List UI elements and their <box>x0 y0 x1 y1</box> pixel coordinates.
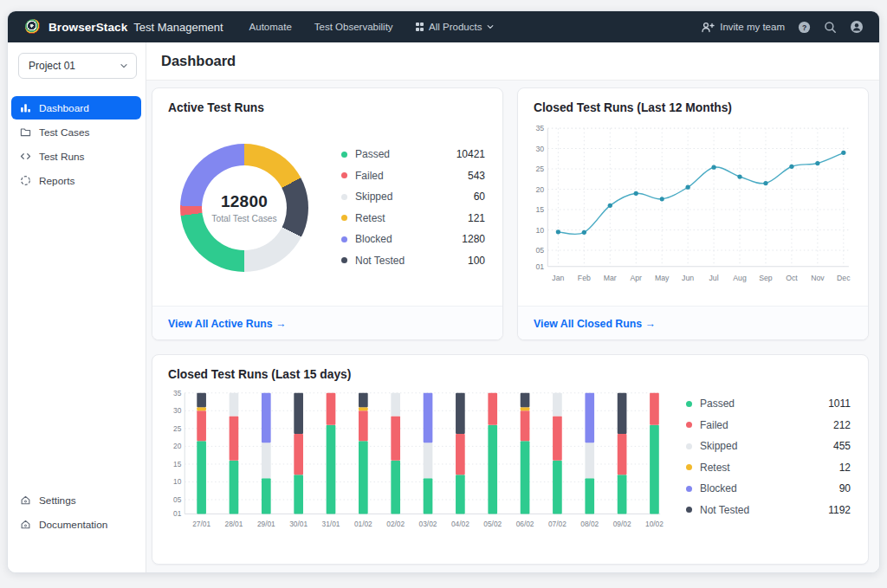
avatar-icon <box>850 20 864 34</box>
page-header: Dashboard <box>146 42 879 81</box>
legend-dot <box>341 236 347 242</box>
code-icon <box>20 151 31 162</box>
legend-dot <box>686 464 692 470</box>
legend-value: 212 <box>833 419 851 431</box>
legend-label: Skipped <box>700 440 737 452</box>
card-title: Closed Test Runs (Last 15 days) <box>152 355 868 381</box>
legend-dot <box>341 172 347 178</box>
sidebar-item-label: Test Runs <box>39 151 84 163</box>
legend-dot <box>686 443 692 449</box>
legend-label: Retest <box>700 462 730 474</box>
svg-text:Jul: Jul <box>709 274 719 282</box>
legend-label: Passed <box>355 148 390 160</box>
donut-center: 12800 Total Test Cases <box>180 144 308 272</box>
donut-chart: 12800 Total Test Cases <box>180 144 308 272</box>
nav-link-automate[interactable]: Automate <box>249 22 292 32</box>
closed-test-runs-15-days-card: Closed Test Runs (Last 15 days) 35302520… <box>152 354 869 565</box>
total-test-cases-value: 12800 <box>221 192 268 211</box>
legend-item-not_tested: Not Tested1192 <box>686 500 851 521</box>
svg-text:May: May <box>655 274 670 282</box>
legend-item-not_tested: Not Tested100 <box>341 250 485 272</box>
svg-text:27/01: 27/01 <box>192 520 210 528</box>
stacked-bar-chart: 353025201510050127/0128/0129/0130/0131/0… <box>163 386 667 534</box>
project-selector[interactable]: Project 01 <box>18 53 137 79</box>
svg-text:Nov: Nov <box>811 274 825 282</box>
svg-text:20: 20 <box>536 185 545 194</box>
account-button[interactable] <box>850 20 864 34</box>
legend-label: Blocked <box>700 482 737 494</box>
brand-name: BrowserStack <box>49 21 127 34</box>
closed-test-runs-12-months-card: Closed Test Runs (Last 12 Months) 353025… <box>517 87 869 340</box>
legend-label: Passed <box>700 397 735 410</box>
card-title: Active Test Runs <box>152 88 502 114</box>
sidebar-item-label: Test Cases <box>39 126 89 139</box>
legend-item-passed: Passed1011 <box>686 393 851 415</box>
svg-text:25: 25 <box>536 165 545 173</box>
svg-text:05: 05 <box>536 246 545 255</box>
svg-text:10/02: 10/02 <box>645 520 664 528</box>
invite-my-team-label: Invite my team <box>720 22 785 32</box>
legend-item-blocked: Blocked1280 <box>341 229 485 250</box>
view-all-closed-runs-link[interactable]: View All Closed Runs → <box>534 318 656 330</box>
legend-item-blocked: Blocked90 <box>686 478 851 500</box>
sidebar-item-reports[interactable]: Reports <box>11 169 141 192</box>
invite-my-team-button[interactable]: Invite my team <box>702 22 785 33</box>
sidebar-item-dashboard[interactable]: Dashboard <box>11 96 141 120</box>
sidebar-item-test-cases[interactable]: Test Cases <box>11 120 141 144</box>
svg-text:05/02: 05/02 <box>483 520 502 528</box>
legend-item-passed: Passed10421 <box>341 144 485 165</box>
legend-value: 60 <box>474 191 485 203</box>
legend-item-retest: Retest121 <box>341 208 485 229</box>
legend-label: Skipped <box>355 191 392 203</box>
legend-value: 90 <box>839 482 851 494</box>
search-button[interactable] <box>824 21 837 34</box>
nav-link-all-products[interactable]: All Products <box>416 22 495 32</box>
chevron-down-icon <box>487 23 494 30</box>
svg-text:01: 01 <box>173 509 182 518</box>
card-footer: View All Closed Runs → <box>518 306 868 339</box>
view-all-active-runs-link[interactable]: View All Active Runs → <box>168 318 286 330</box>
svg-text:Aug: Aug <box>733 274 747 282</box>
svg-text:30: 30 <box>536 145 545 153</box>
grid-icon <box>416 23 424 31</box>
legend-label: Not Tested <box>700 504 749 516</box>
help-button[interactable]: ? <box>798 21 811 34</box>
legend-dot <box>341 215 347 221</box>
nav-link-all-products-label: All Products <box>429 22 482 32</box>
bar-chart-icon <box>20 102 31 113</box>
reports-icon <box>20 175 31 186</box>
svg-text:02/02: 02/02 <box>386 520 405 528</box>
legend-value: 1280 <box>462 233 485 245</box>
sidebar-item-label: Settings <box>39 494 76 507</box>
sidebar-item-test-runs[interactable]: Test Runs <box>11 145 141 168</box>
svg-text:01: 01 <box>536 262 545 271</box>
legend-value: 543 <box>468 170 485 182</box>
svg-text:35: 35 <box>536 124 545 132</box>
legend-label: Blocked <box>355 233 392 245</box>
legend-label: Not Tested <box>355 255 405 267</box>
sidebar-item-documentation[interactable]: Documentation <box>11 513 141 536</box>
sidebar-item-settings[interactable]: Settings <box>11 488 141 512</box>
nav-link-automate-label: Automate <box>249 22 292 32</box>
svg-text:05: 05 <box>173 495 182 504</box>
page-title: Dashboard <box>161 53 236 69</box>
legend-dot <box>686 507 692 513</box>
product-name: Test Management <box>133 21 223 34</box>
project-selector-value: Project 01 <box>29 60 75 72</box>
svg-text:30/01: 30/01 <box>289 520 308 528</box>
legend-value: 12 <box>839 462 851 474</box>
total-test-cases-label: Total Test Cases <box>211 214 276 223</box>
svg-text:01/02: 01/02 <box>354 520 372 528</box>
svg-text:04/02: 04/02 <box>451 520 469 528</box>
svg-text:03/02: 03/02 <box>419 520 437 528</box>
help-icon: ? <box>798 21 811 34</box>
svg-text:29/01: 29/01 <box>257 520 275 528</box>
line-chart: 3530252015100501JanFebMarAprMayJunJulAug… <box>527 118 858 289</box>
svg-text:15: 15 <box>536 205 545 214</box>
nav-link-test-observability[interactable]: Test Observability <box>314 22 393 32</box>
main-content: Dashboard Active Test Runs 12800 Total T… <box>146 42 879 572</box>
svg-text:20: 20 <box>173 442 182 450</box>
legend-dot <box>341 257 347 263</box>
legend-item-skipped: Skipped455 <box>686 436 851 457</box>
svg-text:07/02: 07/02 <box>548 520 567 528</box>
